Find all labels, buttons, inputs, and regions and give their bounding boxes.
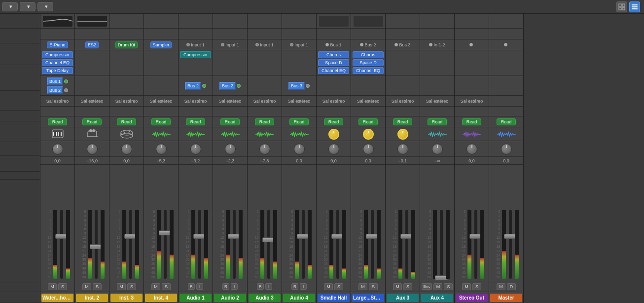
fader-track-bus1[interactable] xyxy=(336,210,339,279)
effect-btn-bus2-2[interactable]: Channel EQ xyxy=(353,67,384,74)
pan-knob-ch1[interactable] xyxy=(52,144,63,154)
channel-name-aux4[interactable]: Aux 4 xyxy=(421,294,453,302)
mute-btn-ch3[interactable]: M xyxy=(117,283,126,290)
effect-btn-bus1-0[interactable]: Chorus xyxy=(318,51,349,58)
channel-name-aux3[interactable]: Aux 3 xyxy=(387,294,419,302)
mute-btn-ch4[interactable]: M xyxy=(151,283,160,290)
effect-btn-bus2-0[interactable]: Chorus xyxy=(353,51,384,58)
input-btn-ch3[interactable]: Drum Kit xyxy=(115,41,138,48)
pan-knob-ch5[interactable] xyxy=(190,144,201,154)
channel-name-master[interactable]: Master xyxy=(490,294,522,302)
input-btn-ch2[interactable]: ES2 xyxy=(85,41,99,48)
auto-btn-ch4[interactable]: Read xyxy=(151,118,171,125)
solo-btn-master[interactable]: D xyxy=(507,283,516,290)
mute-btn-bus1[interactable]: M xyxy=(324,283,333,290)
send-btn-ch1-1[interactable]: Bus 2 xyxy=(47,86,63,94)
fader-track-aux3[interactable] xyxy=(405,210,408,279)
eq-display-ch2[interactable] xyxy=(77,16,107,27)
r-btn-ch7[interactable]: R xyxy=(257,283,264,290)
channel-name-ch2[interactable]: Inst. 2 xyxy=(76,294,108,302)
pan-knob-ch7[interactable] xyxy=(259,144,270,154)
i-btn-ch6[interactable]: I xyxy=(231,283,238,290)
auto-btn-stereo[interactable]: Read xyxy=(462,118,482,125)
solo-btn-aux3[interactable]: S xyxy=(403,283,412,290)
solo-btn-ch2[interactable]: S xyxy=(93,283,102,290)
auto-btn-aux4[interactable]: Read xyxy=(428,118,447,125)
fader-track-ch2[interactable] xyxy=(95,210,98,279)
pan-knob-yellow-bus1[interactable] xyxy=(328,129,339,140)
send-btn-ch1-0[interactable]: Bus 1 xyxy=(47,77,63,85)
send-btn-ch6-0[interactable]: Bus 2 xyxy=(219,82,236,90)
fader-track-ch3[interactable] xyxy=(129,210,132,279)
solo-btn-ch3[interactable]: S xyxy=(127,283,136,290)
auto-btn-ch5[interactable]: Read xyxy=(186,118,206,125)
i-btn-ch8[interactable]: I xyxy=(300,283,307,290)
pan-knob-yellow-bus2[interactable] xyxy=(363,129,374,140)
auto-btn-ch7[interactable]: Read xyxy=(255,118,275,125)
r-btn-ch5[interactable]: R xyxy=(188,283,195,290)
auto-btn-ch1[interactable]: Read xyxy=(48,118,68,125)
channel-name-bus1[interactable]: Smalle Hall xyxy=(318,294,350,302)
channel-name-ch4[interactable]: Inst. 4 xyxy=(145,294,177,302)
mute-btn-stereo[interactable]: M xyxy=(462,283,471,290)
mute-btn-ch1[interactable]: M xyxy=(48,283,57,290)
pan-knob-ch3[interactable] xyxy=(121,144,132,154)
fader-track-ch4[interactable] xyxy=(164,210,167,279)
fader-track-ch1[interactable] xyxy=(60,210,63,279)
effect-btn-ch1-1[interactable]: Channel EQ xyxy=(42,59,73,66)
auto-btn-bus2[interactable]: Read xyxy=(358,118,378,125)
fader-track-stereo[interactable] xyxy=(474,210,477,279)
pan-knob-ch8[interactable] xyxy=(294,144,305,154)
channel-name-ch5[interactable]: Audio 1 xyxy=(179,294,212,302)
options-menu[interactable]: ▾ xyxy=(20,2,36,11)
fader-track-ch7[interactable] xyxy=(267,210,270,279)
pan-knob-ch4[interactable] xyxy=(156,144,167,154)
i-btn-ch7[interactable]: I xyxy=(265,283,272,290)
mute-btn-master[interactable]: M xyxy=(497,283,505,290)
channel-name-ch3[interactable]: Inst. 3 xyxy=(110,294,143,302)
channel-name-bus2[interactable]: Large...Studio xyxy=(352,294,384,302)
r-btn-ch6[interactable]: R xyxy=(222,283,229,290)
eq-display-bus2[interactable] xyxy=(354,16,383,27)
auto-btn-ch6[interactable]: Read xyxy=(220,118,240,125)
auto-btn-bus1[interactable]: Read xyxy=(324,118,344,125)
auto-btn-master[interactable]: Read xyxy=(497,118,516,125)
pan-knob-bus2[interactable] xyxy=(363,144,374,154)
i-btn-ch5[interactable]: I xyxy=(196,283,203,290)
eq-display-ch1[interactable] xyxy=(43,16,72,27)
solo-btn-stereo[interactable]: S xyxy=(472,283,481,290)
pan-knob-yellow-aux3[interactable] xyxy=(397,129,408,140)
eq-display-bus1[interactable] xyxy=(319,16,349,27)
effect-btn-bus1-1[interactable]: Space D xyxy=(318,59,349,66)
pan-knob-ch6[interactable] xyxy=(225,144,236,154)
pan-knob-aux3[interactable] xyxy=(397,144,408,154)
fader-track-bus2[interactable] xyxy=(371,210,374,279)
send-btn-ch8-0[interactable]: Bus 3 xyxy=(288,82,305,90)
effect-btn-bus1-2[interactable]: Channel EQ xyxy=(318,67,349,74)
view-menu[interactable]: ▾ xyxy=(37,2,53,11)
input-btn-ch4[interactable]: Sampler xyxy=(150,41,172,48)
effect-btn-ch1-0[interactable]: Compressor xyxy=(42,51,73,58)
pan-knob-stereo[interactable] xyxy=(466,144,477,154)
auto-btn-ch2[interactable]: Read xyxy=(82,118,102,125)
auto-btn-ch3[interactable]: Read xyxy=(117,118,137,125)
effect-btn-ch5-0[interactable]: Compressor xyxy=(180,51,211,58)
mute-btn-ch2[interactable]: M xyxy=(82,283,91,290)
channel-name-ch8[interactable]: Audio 4 xyxy=(283,294,315,302)
solo-btn-ch1[interactable]: S xyxy=(58,283,67,290)
r-btn-ch8[interactable]: R xyxy=(291,283,298,290)
input-btn-ch1[interactable]: E-Piano xyxy=(47,41,68,48)
fader-track-ch5[interactable] xyxy=(198,210,201,279)
pan-knob-master[interactable] xyxy=(501,144,512,154)
solo-btn-bus2[interactable]: S xyxy=(369,283,378,290)
channel-name-ch7[interactable]: Audio 3 xyxy=(249,294,281,302)
auto-btn-ch8[interactable]: Read xyxy=(289,118,309,125)
fader-track-aux4[interactable] xyxy=(440,210,443,279)
auto-btn-aux3[interactable]: Read xyxy=(393,118,413,125)
solo-btn-aux4[interactable]: S xyxy=(444,283,453,290)
effect-btn-ch1-2[interactable]: Tape Delay xyxy=(42,67,73,74)
channel-name-ch1[interactable]: Water...hodes xyxy=(41,294,73,302)
pan-knob-bus1[interactable] xyxy=(328,144,339,154)
send-btn-ch5-0[interactable]: Bus 2 xyxy=(185,82,201,90)
fader-track-ch8[interactable] xyxy=(302,210,305,279)
